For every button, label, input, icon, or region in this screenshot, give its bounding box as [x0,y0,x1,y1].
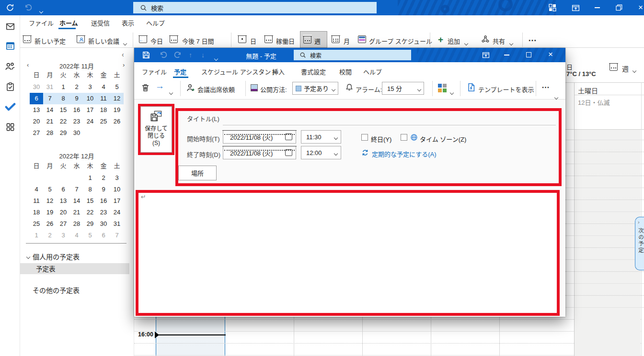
new-meeting-button[interactable]: 新しい会議 [88,36,119,45]
mini-cal-day[interactable]: 27 [30,127,43,139]
calendar-icon[interactable] [6,41,15,50]
mini-cal-day[interactable]: 16 [97,195,110,207]
save-icon[interactable] [142,51,150,59]
minimize-icon[interactable] [590,0,604,15]
mini-cal-day[interactable]: 4 [97,81,110,93]
mini-cal-day[interactable]: 7 [110,230,124,241]
mini-cal-day[interactable]: 19 [43,207,57,218]
tab-help[interactable]: ヘルプ [363,67,382,76]
mini-cal-day[interactable]: 30 [30,81,43,93]
mini-cal-day[interactable]: 17 [110,195,124,207]
mini-cal-day[interactable]: 1 [30,230,43,241]
tab-format-text[interactable]: 書式設定 [301,67,326,76]
mini-cal-day[interactable]: 18 [30,207,43,218]
mini-cal-day[interactable]: 3 [110,172,124,184]
sync-icon[interactable] [6,3,14,12]
share-chevron-icon[interactable] [510,38,513,47]
categorize-icon[interactable] [438,84,447,92]
mini-cal-day[interactable]: 2 [97,172,110,184]
close-icon[interactable]: × [633,0,644,15]
mini-cal-day[interactable]: 5 [110,81,124,93]
mini-cal-day[interactable]: 12 [43,195,57,207]
mini-cal-day[interactable]: 14 [43,104,57,116]
today-button[interactable]: 今日 [150,36,163,45]
mini-cal-day[interactable]: 11 [30,195,43,207]
group-schedule-button[interactable]: グループ スケジュール [369,36,432,45]
mini-cal-day[interactable]: 22 [83,207,97,218]
mini-cal-day[interactable]: 26 [43,218,57,230]
mini-cal-day[interactable]: 24 [110,207,124,218]
customize-qat-chevron-icon[interactable] [215,54,218,62]
other-calendars-group[interactable]: その他の予定表 [33,285,80,295]
view-selector-chevron-icon[interactable] [633,66,636,74]
tab-help[interactable]: ヘルプ [146,18,165,27]
tab-home[interactable]: ホーム [59,18,78,27]
new-meeting-chevron-icon[interactable] [124,38,126,47]
scrollbar-track[interactable] [641,317,642,356]
mini-cal-day[interactable]: 12 [110,93,124,104]
collapse-sidebar-icon[interactable]: ‹ [122,51,124,58]
tab-view[interactable]: 表示 [122,18,134,27]
mini-cal-day[interactable]: 5 [43,184,57,195]
mini-cal-day[interactable]: 10 [83,93,97,104]
week-view-button[interactable]: 週 [300,31,327,48]
customize-qat-chevron-icon[interactable] [40,6,43,15]
mini-cal-day[interactable]: 2 [43,230,57,241]
mini-cal-day[interactable]: 3 [57,230,70,241]
mini-cal-day[interactable]: 25 [30,218,43,230]
today-column[interactable] [156,317,225,356]
non-working-column[interactable] [574,317,641,356]
more-commands-button[interactable]: … [541,81,551,90]
todo-check-icon[interactable] [5,102,16,111]
apps-grid-icon[interactable] [6,122,15,132]
mini-cal-day[interactable]: 20 [30,116,43,127]
mini-cal-day[interactable]: 29 [57,127,70,139]
collapse-ribbon-chevron-icon[interactable] [555,92,558,101]
mini-cal-day[interactable]: 28 [43,127,57,139]
mini-cal-day[interactable]: 2 [70,81,83,93]
mini-cal-day[interactable]: 27 [57,218,70,230]
mini-cal-day[interactable]: 9 [70,93,83,104]
popout-window-icon[interactable] [482,51,490,59]
mini-cal-day[interactable]: 31 [43,81,57,93]
mini-cal-day[interactable]: 16 [70,104,83,116]
mini-cal-day[interactable]: 3 [83,81,97,93]
mini-cal-day[interactable]: 28 [70,218,83,230]
day-cell-label[interactable]: 12日・仏滅 [578,98,610,107]
mini-cal-day[interactable]: 14 [70,195,83,207]
mini-cal-day[interactable]: 7 [70,184,83,195]
mini-cal-day[interactable]: 23 [97,207,110,218]
add-calendar-button[interactable]: 追加 [448,36,460,45]
show-as-dropdown[interactable]: 予定あり [292,82,338,95]
mini-cal-day[interactable]: 30 [70,127,83,139]
tab-review[interactable]: 校閲 [339,67,352,76]
delete-icon[interactable] [141,83,150,92]
new-appointment-button[interactable]: 新しい予定 [34,36,66,45]
mini-cal-day[interactable]: 10 [110,184,124,195]
dialog-search-bar[interactable]: 検索 [294,50,411,60]
prev-month-icon[interactable]: ‹ [27,61,29,68]
month-view-button[interactable]: 月 [344,36,350,45]
mini-cal-day[interactable]: 13 [57,195,70,207]
maximize-icon[interactable] [526,52,531,57]
tab-scheduling-assistant[interactable]: スケジュール アシスタント [201,67,277,76]
main-search-bar[interactable]: 検索 [133,2,377,13]
tab-sendreceive[interactable]: 送受信 [91,18,110,27]
work-week-view-button[interactable]: 稼働日 [276,36,295,45]
mini-cal-day[interactable]: 1 [57,81,70,93]
tab-appointment[interactable]: 予定 [174,67,186,76]
mini-cal-day[interactable]: 29 [83,218,97,230]
meet-now-icon[interactable] [545,0,560,15]
more-commands-button[interactable]: … [528,33,538,44]
tasks-icon[interactable] [6,82,15,91]
mini-cal-day[interactable]: 15 [83,195,97,207]
mini-cal-day[interactable]: 9 [97,184,110,195]
tab-file[interactable]: ファイル [142,67,167,76]
categorize-chevron-icon[interactable] [450,88,453,96]
share-button[interactable]: 共有 [493,36,505,45]
mini-cal-day[interactable]: 19 [110,104,124,116]
show-template-button[interactable]: テンプレートを表示 [478,85,534,94]
mini-cal-day[interactable]: 25 [97,116,110,127]
next-month-icon[interactable]: › [123,61,125,68]
my-calendars-group[interactable]: 個人用の予定表 [27,252,80,261]
